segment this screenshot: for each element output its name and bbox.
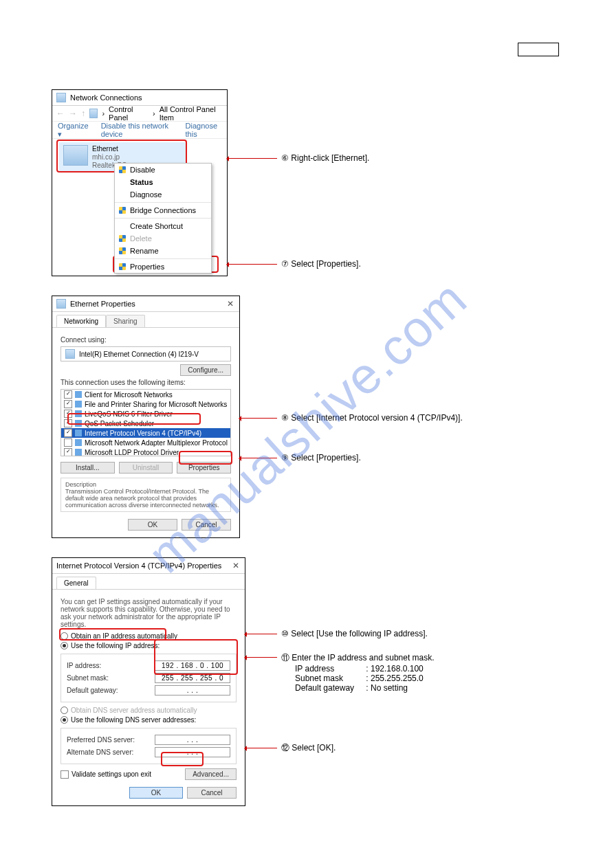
ctx-properties[interactable]: Properties [115,260,211,273]
list-item[interactable]: ✓Microsoft LLDP Protocol Driver [61,447,230,456]
close-icon[interactable]: ✕ [226,299,235,309]
diagnose-button[interactable]: Diagnose this [186,122,221,138]
breadcrumb-part[interactable]: Control Panel [109,105,149,122]
ok-button[interactable]: OK [128,519,177,531]
close-icon[interactable]: ✕ [231,561,241,570]
use-ip-radio[interactable]: Use the following IP address: [61,642,237,649]
install-button[interactable]: Install... [61,462,115,474]
callout-line [245,657,277,658]
tcpip4-properties-window: Internet Protocol Version 4 (TCP/IPv4) P… [52,557,245,806]
pref-dns-label: Preferred DNS server: [67,736,135,744]
description-box: Description Transmission Control Protoco… [61,478,231,512]
callout-line [245,748,277,748]
list-item-label: Client for Microsoft Networks [85,391,173,399]
nav-back-icon[interactable]: ← [56,109,65,118]
shield-icon [119,263,126,270]
organize-menu[interactable]: Organize ▾ [58,122,89,139]
description-title: Description [65,481,226,488]
disable-device-button[interactable]: Disable this network device [101,122,173,138]
annotation-11-gw-label: Default gateway [295,683,364,693]
shield-icon [119,235,126,242]
annotation-9: ⑨ Select [Properties]. [281,453,361,463]
nav-up-icon[interactable]: ↑ [81,109,85,118]
callout-line [240,458,277,458]
breadcrumb-part[interactable]: › [102,109,105,118]
obtain-ip-radio[interactable]: Obtain an IP address automatically [61,632,237,640]
default-gateway-label: Default gateway: [67,687,118,694]
breadcrumb-icon [89,109,98,118]
advanced-button[interactable]: Advanced... [185,768,237,780]
cancel-button[interactable]: Cancel [187,787,237,799]
adapter-name: Intel(R) Ethernet Connection (4) I219-V [79,350,199,358]
ctx-bridge-label: Bridge Connections [130,206,196,214]
validate-label: Validate settings upon exit [72,770,151,778]
ctx-shortcut[interactable]: Create Shortcut [115,220,211,232]
annotation-11-ip-value: : 192.168.0.100 [366,664,423,674]
annotation-11-ip-label: IP address [295,664,364,674]
annotation-11-gw-value: : No setting [366,683,408,693]
protocol-icon [75,410,82,417]
obtain-dns-label: Obtain DNS server address automatically [71,706,197,714]
list-item-label: LiveQoS NDIS 6 Filter Driver [85,410,173,418]
tab-sharing[interactable]: Sharing [106,315,144,327]
annotation-10: ⑩ Select [Use the following IP address]. [281,629,428,638]
validate-checkbox[interactable]: Validate settings upon exit [61,770,151,779]
properties-button[interactable]: Properties [177,462,231,474]
connect-using-label: Connect using: [61,336,231,344]
ctx-bridge[interactable]: Bridge Connections [115,204,211,216]
configure-button[interactable]: Configure... [180,364,231,376]
default-gateway-input[interactable]: . . . [155,685,230,695]
ctx-shortcut-label: Create Shortcut [130,222,183,230]
ok-button[interactable]: OK [129,787,183,799]
ctx-rename[interactable]: Rename [115,245,211,257]
list-item-label: File and Printer Sharing for Microsoft N… [85,401,227,408]
cancel-button[interactable]: Cancel [182,519,231,531]
alt-dns-input[interactable]: . . . [155,747,230,757]
callout-line [240,418,277,419]
subnet-mask-input[interactable]: 255 . 255 . 255 . 0 [155,673,230,683]
list-item-label: Internet Protocol Version 4 (TCP/IPv4) [85,430,201,437]
list-item-tcpip4[interactable]: ✓Internet Protocol Version 4 (TCP/IPv4) [61,428,230,438]
title-bar: Ethernet Properties ✕ [52,296,239,312]
annotation-12: ⑫ Select [OK]. [281,742,336,754]
shield-icon [119,247,126,254]
window-title: Ethernet Properties [70,300,135,308]
ctx-status[interactable]: Status [115,176,211,188]
nav-forward-icon[interactable]: → [69,109,77,118]
obtain-dns-radio: Obtain DNS server address automatically [61,706,237,714]
use-ip-label: Use the following IP address: [71,642,160,649]
annotation-6: ⑥ Right-click [Ethernet]. [281,153,369,163]
list-item[interactable]: ✓QoS Packet Scheduler [61,419,230,428]
obtain-ip-label: Obtain an IP address automatically [71,632,177,640]
intro-text: You can get IP settings assigned automat… [61,598,237,628]
ethernet-properties-window: Ethernet Properties ✕ Networking Sharing… [52,296,240,538]
title-bar: Network Connections [52,90,227,106]
subnet-mask-label: Subnet mask: [67,674,109,682]
callout-line [245,634,277,634]
tab-general[interactable]: General [56,577,96,589]
ctx-disable[interactable]: Disable [115,164,211,176]
adapter-box: Intel(R) Ethernet Connection (4) I219-V [61,346,231,361]
breadcrumb-part[interactable]: All Control Panel Item [160,105,223,122]
use-dns-radio[interactable]: Use the following DNS server addresses: [61,716,237,724]
list-item[interactable]: ✓Client for Microsoft Networks [61,390,230,399]
annotation-11: ⑪ Enter the IP address and subnet mask. [281,652,435,664]
list-item-label: Microsoft LLDP Protocol Driver [85,449,179,456]
ip-address-input[interactable]: 192 . 168 . 0 . 100 [155,660,230,671]
list-item[interactable]: Microsoft Network Adapter Multiplexor Pr… [61,438,230,447]
annotation-11-mask-label: Subnet mask [295,674,364,683]
description-body: Transmission Control Protocol/Internet P… [65,488,226,509]
protocol-listbox[interactable]: ✓Client for Microsoft Networks ✓File and… [61,389,231,456]
network-connections-window: Network Connections ← → ↑ › Control Pane… [52,89,228,276]
ctx-disable-label: Disable [130,166,155,174]
tab-networking[interactable]: Networking [56,315,106,327]
pref-dns-input[interactable]: . . . [155,735,230,745]
ctx-status-label: Status [130,178,153,186]
annotation-8: ⑧ Select [Internet Protocol version 4 (T… [281,413,463,423]
protocol-icon [75,420,82,427]
ctx-diagnose[interactable]: Diagnose [115,188,211,201]
adapter-name: Ethernet [92,145,127,153]
list-item[interactable]: ✓LiveQoS NDIS 6 Filter Driver [61,409,230,419]
ctx-rename-label: Rename [130,247,159,255]
list-item[interactable]: ✓File and Printer Sharing for Microsoft … [61,399,230,409]
